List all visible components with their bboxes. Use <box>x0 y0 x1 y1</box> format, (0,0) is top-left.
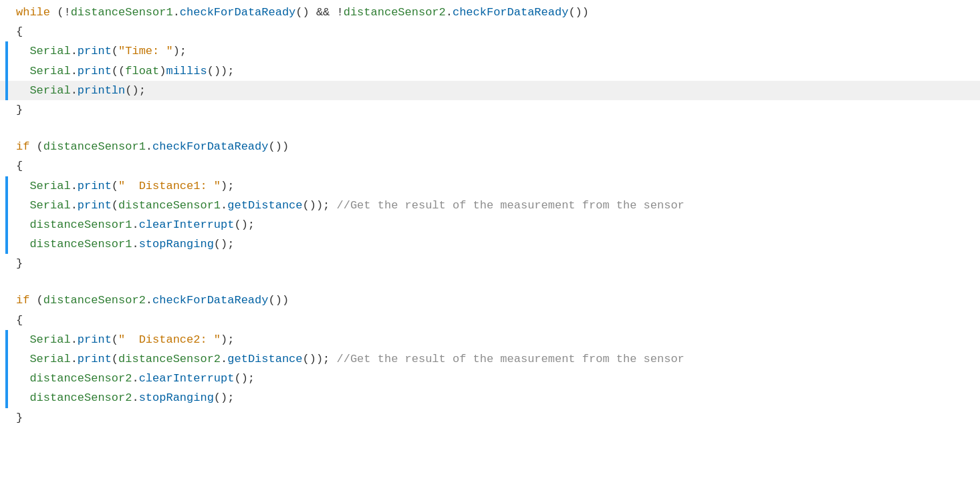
code-token-obj: distanceSensor2 <box>344 6 446 19</box>
code-token-str: " Distance1: " <box>118 180 221 192</box>
code-token-plain: (); <box>234 372 255 385</box>
code-token-obj: Serial <box>29 199 70 212</box>
code-token-plain: ( <box>112 180 118 192</box>
line-indicator <box>5 273 8 291</box>
code-token-plain <box>16 391 29 404</box>
code-token-plain: ) <box>159 65 166 77</box>
line-indicator <box>5 196 8 215</box>
line-content: distanceSensor1.clearInterrupt(); <box>16 215 980 234</box>
code-line <box>0 273 980 291</box>
code-line: } <box>0 100 980 120</box>
code-line: { <box>0 156 980 176</box>
code-token-method: checkForDataReady <box>180 6 295 19</box>
line-indicator <box>5 22 8 41</box>
line-content: Serial.print((float)millis()); <box>16 61 980 81</box>
code-token-obj: Serial <box>29 45 70 57</box>
code-token-plain: ()); <box>207 65 235 77</box>
code-token-plain: ( <box>112 333 118 346</box>
line-indicator <box>5 41 8 61</box>
code-token-plain: . <box>71 353 78 365</box>
code-token-kw: if <box>16 140 29 153</box>
code-line: Serial.print(distanceSensor1.getDistance… <box>0 196 980 215</box>
code-token-plain: (); <box>214 238 235 251</box>
line-content: distanceSensor2.clearInterrupt(); <box>16 369 980 388</box>
code-token-obj: distanceSensor2 <box>29 372 132 385</box>
code-token-comment: //Get the result of the measurement from… <box>330 199 685 212</box>
line-content: } <box>16 408 980 428</box>
code-token-plain: . <box>146 294 152 307</box>
code-token-obj: distanceSensor2 <box>118 353 221 365</box>
line-content: { <box>16 156 980 176</box>
code-line: { <box>0 22 980 41</box>
line-content: { <box>16 311 980 330</box>
code-line: if (distanceSensor2.checkForDataReady()) <box>0 291 980 310</box>
line-indicator <box>5 291 8 310</box>
code-token-method: println <box>78 84 125 97</box>
code-token-method: millis <box>166 65 207 77</box>
code-token-method: print <box>78 65 112 77</box>
code-token-plain <box>16 218 29 231</box>
line-indicator <box>5 137 8 156</box>
line-indicator <box>5 156 8 176</box>
line-content <box>16 273 980 291</box>
code-token-method: print <box>78 353 112 365</box>
code-token-obj: distanceSensor1 <box>118 199 221 212</box>
code-token-plain <box>16 199 29 212</box>
code-token-plain: ()) <box>268 140 289 153</box>
code-token-obj: Serial <box>29 353 70 365</box>
code-token-method: print <box>78 199 112 212</box>
line-indicator <box>5 61 8 81</box>
code-line: distanceSensor2.clearInterrupt(); <box>0 369 980 388</box>
code-token-method: clearInterrupt <box>139 218 235 231</box>
code-token-obj: distanceSensor2 <box>29 391 132 404</box>
line-indicator <box>5 120 8 137</box>
code-token-kw: while <box>16 6 50 19</box>
code-token-obj: Serial <box>29 84 70 97</box>
code-token-plain: (); <box>214 391 235 404</box>
line-indicator <box>5 311 8 330</box>
code-token-plain <box>16 65 29 77</box>
code-line: Serial.print("Time: "); <box>0 41 980 61</box>
code-token-plain: . <box>71 65 78 77</box>
code-line: distanceSensor2.stopRanging(); <box>0 388 980 408</box>
code-line: } <box>0 254 980 273</box>
code-token-plain: ()) <box>268 294 289 307</box>
code-token-plain: ( <box>112 199 118 212</box>
code-line: Serial.print((float)millis()); <box>0 61 980 81</box>
code-token-method: clearInterrupt <box>139 372 235 385</box>
code-token-method: getDistance <box>227 353 302 365</box>
line-content: distanceSensor1.stopRanging(); <box>16 234 980 254</box>
line-content: { <box>16 22 980 41</box>
line-indicator <box>5 176 8 196</box>
line-content: Serial.print(distanceSensor1.getDistance… <box>16 196 980 215</box>
code-token-method: checkForDataReady <box>453 6 568 19</box>
line-content: Serial.print("Time: "); <box>16 41 980 61</box>
code-token-plain: . <box>146 140 152 153</box>
code-line: distanceSensor1.stopRanging(); <box>0 234 980 254</box>
code-token-obj: distanceSensor2 <box>43 294 146 307</box>
code-token-plain: } <box>16 257 23 270</box>
code-token-plain: { <box>16 25 23 38</box>
code-token-plain: ); <box>221 180 234 192</box>
code-token-plain: ); <box>221 333 234 346</box>
code-token-plain: . <box>221 353 227 365</box>
code-token-obj: distanceSensor1 <box>29 218 132 231</box>
code-token-method: print <box>78 333 112 346</box>
code-token-plain: ( <box>29 140 43 153</box>
line-content: if (distanceSensor1.checkForDataReady()) <box>16 137 980 156</box>
code-line: Serial.print(distanceSensor2.getDistance… <box>0 349 980 369</box>
code-token-plain: ()); <box>303 353 330 365</box>
code-token-cast: float <box>125 65 159 77</box>
code-token-plain: . <box>173 6 180 19</box>
line-content <box>16 120 980 137</box>
line-indicator <box>5 349 8 369</box>
code-line: while (!distanceSensor1.checkForDataRead… <box>0 3 980 22</box>
code-token-plain: ); <box>173 45 187 57</box>
code-token-plain: . <box>221 199 227 212</box>
code-token-plain <box>16 45 29 57</box>
code-token-obj: distanceSensor1 <box>43 140 146 153</box>
line-content: while (!distanceSensor1.checkForDataRead… <box>16 3 980 22</box>
code-editor: while (!distanceSensor1.checkForDataRead… <box>0 0 980 489</box>
code-token-method: stopRanging <box>139 391 214 404</box>
code-token-obj: Serial <box>29 180 70 192</box>
